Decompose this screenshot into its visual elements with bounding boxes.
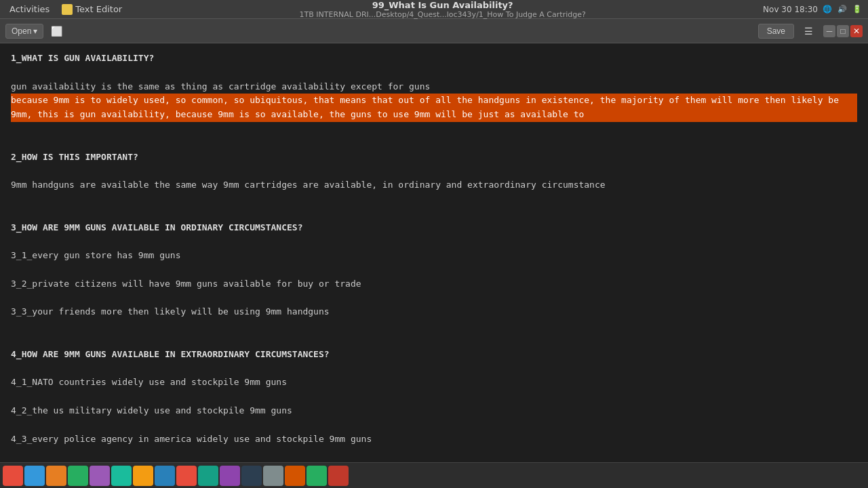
open-label: Open	[12, 26, 31, 36]
toolbar: Open ▾ ⬜ Save ☰ ─ □ ✕	[0, 19, 868, 43]
editor-line: 3_2_private citizens will have 9mm guns …	[11, 277, 857, 291]
save-button[interactable]: Save	[758, 24, 794, 39]
open-button[interactable]: Open ▾	[5, 24, 43, 39]
editor-line: 3_1_every gun store has 9mm guns	[11, 249, 857, 263]
editor-line	[11, 333, 857, 348]
editor-line	[11, 291, 857, 306]
open-chevron: ▾	[33, 26, 37, 36]
editor-line	[11, 362, 857, 376]
taskbar-icon-11[interactable]	[241, 466, 262, 486]
editor-line: 4_1_NATO countries widely use and stockp…	[11, 375, 857, 390]
activities-button[interactable]: Activities	[5, 3, 54, 16]
editor-line	[11, 235, 857, 249]
editor-line	[11, 319, 857, 333]
taskbar-icon-2[interactable]	[46, 466, 66, 486]
editor-line: 1_WHAT IS GUN AVAILABILITY?	[11, 52, 857, 66]
editor-line: 4_2_the us military widely use and stock…	[11, 404, 857, 418]
editor-line: because 9mm is to widely used, so common…	[11, 94, 857, 122]
editor-line: 4_HOW ARE 9MM GUNS AVAILABLE IN EXTRAORD…	[11, 348, 857, 362]
network-icon: 🌐	[822, 4, 833, 15]
taskbar-icon-9[interactable]	[198, 466, 218, 486]
editor-line: 4_3_every police agency in america widel…	[11, 432, 857, 447]
taskbar-icon-14[interactable]	[307, 466, 327, 486]
minimize-button[interactable]: ─	[823, 25, 835, 37]
maximize-button[interactable]: □	[837, 25, 849, 37]
taskbar-icon-4[interactable]	[90, 466, 110, 486]
editor-line: 9mm handguns are available the same way …	[11, 178, 857, 192]
taskbar	[0, 462, 868, 488]
battery-icon: 🔋	[852, 4, 863, 15]
editor-line: 3_HOW ARE 9MM GUNS AVAILABLE IN ORDINARY…	[11, 221, 857, 235]
taskbar-icon-15[interactable]	[328, 466, 349, 486]
editor-line	[11, 136, 857, 150]
app-name: Text Editor	[75, 4, 122, 14]
editor-line	[11, 122, 857, 136]
app-icon	[62, 4, 73, 15]
window-controls: ─ □ ✕	[823, 25, 863, 37]
taskbar-icon-6[interactable]	[133, 466, 153, 486]
taskbar-icon-12[interactable]	[263, 466, 283, 486]
taskbar-icon-8[interactable]	[176, 466, 197, 486]
volume-icon: 🔊	[837, 4, 848, 15]
menu-button[interactable]: ☰	[800, 23, 818, 39]
taskbar-icon-3[interactable]	[68, 466, 88, 486]
window-title-area: 99_What Is Gun Availability? 1TB INTERNA…	[130, 0, 755, 19]
editor-line: gun availability is the same as thing as…	[11, 80, 857, 94]
top-right-area: Nov 30 18:30 🌐 🔊 🔋	[763, 4, 863, 15]
editor-line	[11, 390, 857, 404]
editor-line: 3_3_your friends more then likely will b…	[11, 305, 857, 319]
editor-line	[11, 446, 857, 460]
close-button[interactable]: ✕	[850, 25, 863, 37]
datetime-display: Nov 30 18:30	[763, 5, 818, 14]
new-button[interactable]: ⬜	[46, 23, 67, 39]
taskbar-icon-5[interactable]	[111, 466, 132, 486]
taskbar-icon-13[interactable]	[285, 466, 305, 486]
taskbar-icon-10[interactable]	[220, 466, 240, 486]
window-filename: 99_What Is Gun Availability?	[372, 0, 513, 10]
editor-line	[11, 263, 857, 277]
editor-line	[11, 418, 857, 432]
editor-area[interactable]: 1_WHAT IS GUN AVAILABILITY? gun availabi…	[0, 43, 868, 462]
editor-line	[11, 164, 857, 178]
taskbar-icon-0[interactable]	[3, 466, 23, 486]
editor-line: 2_HOW IS THIS IMPORTANT?	[11, 150, 857, 165]
taskbar-icon-7[interactable]	[155, 466, 175, 486]
editor-line	[11, 192, 857, 207]
top-bar: Activities Text Editor 99_What Is Gun Av…	[0, 0, 868, 19]
window-filepath: 1TB INTERNAL DRI...Desktop/4_Quest...loc…	[300, 10, 586, 19]
app-label: Text Editor	[62, 4, 122, 15]
editor-line	[11, 207, 857, 221]
editor-line	[11, 66, 857, 80]
taskbar-icon-1[interactable]	[24, 466, 45, 486]
